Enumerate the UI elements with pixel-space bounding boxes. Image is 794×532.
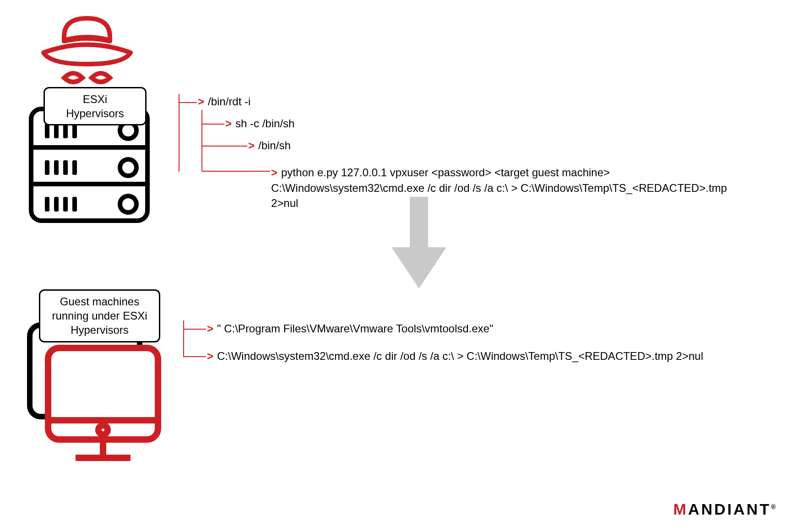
svg-rect-9 [54,160,59,175]
hacker-icon [37,9,137,92]
guest-label-text: Guest machines running under ESXi Hyperv… [52,295,147,336]
svg-point-17 [120,196,136,212]
svg-point-12 [120,159,136,176]
svg-rect-14 [54,197,59,212]
top-cmd-4: >python e.py 127.0.0.1 vpxuser <password… [271,165,752,211]
guest-machines-icon [25,320,163,467]
svg-rect-11 [72,160,77,175]
svg-rect-8 [45,160,49,175]
svg-rect-6 [72,124,77,138]
top-cmd-2: >sh -c /bin/sh [225,117,294,130]
svg-rect-15 [63,197,68,212]
svg-rect-5 [63,124,68,138]
svg-rect-16 [72,197,77,212]
down-arrow-icon [389,197,449,288]
brand-rest: ANDIANT [688,500,771,518]
svg-rect-4 [54,124,59,138]
svg-rect-13 [45,197,49,212]
guest-label: Guest machines running under ESXi Hyperv… [39,289,160,342]
esxi-label: ESXi Hypervisors [44,87,147,125]
top-cmd-1: >/bin/rdt -i [198,95,250,108]
bottom-cmd-1: >" C:\Program Files\VMware\Vmware Tools\… [207,322,493,335]
svg-rect-3 [45,124,49,138]
esxi-label-text: ESXi Hypervisors [66,93,124,119]
top-cmd-3: >/bin/sh [248,139,291,152]
svg-rect-10 [63,160,68,175]
bottom-cmd-2: >C:\Windows\system32\cmd.exe /c dir /od … [207,350,703,363]
mandiant-logo: MANDIANT® [673,500,776,518]
